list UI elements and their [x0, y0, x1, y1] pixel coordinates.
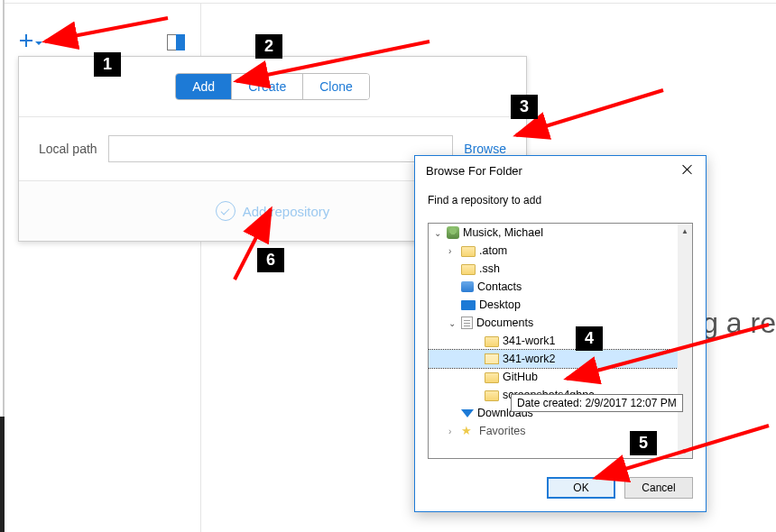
cancel-button[interactable]: Cancel: [624, 477, 693, 499]
tab-clone[interactable]: Clone: [302, 74, 369, 99]
annotation-badge-4: 4: [576, 326, 603, 351]
folder-icon: [485, 390, 499, 401]
plus-icon: [20, 37, 32, 50]
tooltip: Date created: 2/9/2017 12:07 PM: [511, 394, 683, 412]
close-icon[interactable]: [679, 161, 697, 179]
browse-folder-dialog: Browse For Folder Find a repository to a…: [414, 155, 707, 512]
tab-create[interactable]: Create: [231, 74, 302, 99]
dialog-title: Browse For Folder: [426, 164, 522, 178]
dialog-subtitle: Find a repository to add: [415, 185, 706, 219]
local-path-label: Local path: [39, 142, 97, 156]
local-path-input[interactable]: [108, 135, 454, 162]
check-circle-icon: [216, 201, 236, 221]
tree-item-documents[interactable]: ⌄ Documents: [429, 314, 678, 332]
browse-button[interactable]: Browse: [464, 142, 506, 156]
document-icon: [461, 316, 473, 329]
annotation-badge-3: 3: [511, 95, 538, 119]
repo-mode-segmented: Add Create Clone: [175, 73, 370, 100]
annotation-badge-6: 6: [257, 248, 284, 272]
folder-open-icon: [485, 353, 499, 364]
caret-down-icon: [35, 41, 42, 45]
folder-icon: [461, 246, 476, 257]
tree-item-341-work2[interactable]: 341-work2: [429, 350, 678, 368]
add-repository-label: Add repository: [243, 204, 330, 219]
tree-item-github[interactable]: GitHub: [429, 368, 678, 386]
folder-tree: ⌄ Musick, Michael › .atom .ssh Contacts: [428, 223, 693, 459]
scrollbar[interactable]: ▲ ▼: [678, 224, 692, 458]
annotation-badge-5: 5: [630, 431, 657, 455]
tree-item-contacts[interactable]: Contacts: [429, 278, 678, 296]
annotation-badge-2: 2: [255, 34, 282, 59]
svg-line-1: [45, 18, 168, 41]
svg-line-3: [516, 90, 663, 135]
add-repo-trigger[interactable]: [20, 34, 43, 52]
folder-icon: [485, 336, 499, 347]
panel-toggle-icon[interactable]: [167, 34, 185, 50]
tree-item-ssh[interactable]: .ssh: [429, 260, 678, 278]
folder-icon: [485, 372, 499, 383]
folder-icon: [461, 264, 476, 275]
tab-add[interactable]: Add: [176, 74, 231, 99]
scroll-up-icon[interactable]: ▲: [678, 224, 692, 238]
tree-item-341-work1[interactable]: 341-work1: [429, 332, 678, 350]
tree-root[interactable]: ⌄ Musick, Michael: [429, 224, 678, 242]
background-hint-text: g a re: [702, 307, 776, 340]
tree-item-atom[interactable]: › .atom: [429, 242, 678, 260]
desktop-icon: [461, 300, 476, 310]
star-icon: ★: [461, 425, 476, 437]
ok-button[interactable]: OK: [547, 477, 615, 499]
annotation-badge-1: 1: [94, 52, 121, 77]
download-icon: [461, 409, 474, 417]
add-repository-button[interactable]: Add repository: [216, 201, 330, 221]
scroll-down-icon[interactable]: ▼: [678, 444, 692, 458]
contacts-icon: [461, 281, 474, 292]
tree-item-desktop[interactable]: Desktop: [429, 296, 678, 314]
user-icon: [447, 226, 459, 239]
